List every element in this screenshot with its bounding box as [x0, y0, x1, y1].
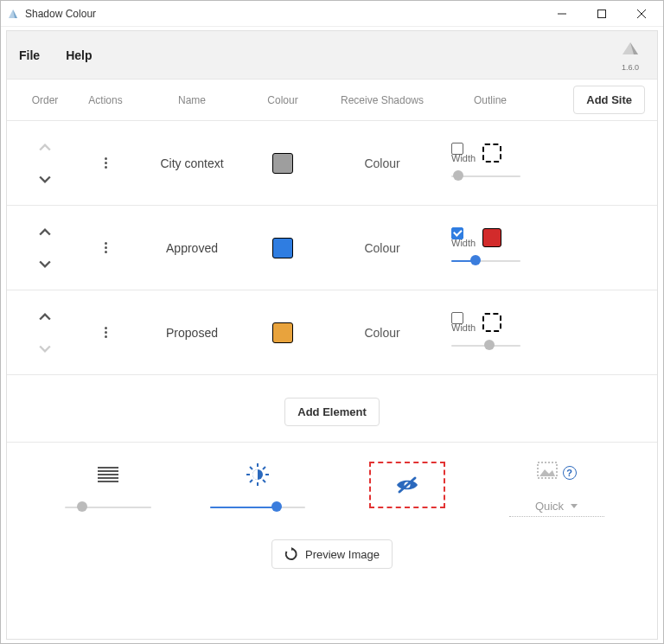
outline-width-label: Width	[451, 153, 476, 163]
quality-dropdown-label: Quick	[535, 500, 564, 513]
table-header: Order Actions Name Colour Receive Shadow…	[7, 80, 657, 121]
site-name: Approved	[140, 241, 244, 255]
window-title: Shadow Colour	[25, 8, 542, 20]
logo-icon	[619, 39, 642, 61]
svg-rect-0	[598, 10, 606, 17]
outline-colour-swatch[interactable]	[482, 313, 501, 332]
outline-width-slider[interactable]	[451, 338, 520, 354]
line-density-slider[interactable]	[65, 500, 151, 515]
add-site-button[interactable]: Add Site	[573, 86, 645, 114]
move-up-button[interactable]	[36, 223, 54, 240]
add-element-button[interactable]: Add Element	[284, 398, 379, 426]
move-up-button	[36, 138, 54, 156]
app-icon	[6, 7, 20, 21]
move-down-button[interactable]	[36, 256, 54, 273]
outline-width-label: Width	[451, 238, 476, 248]
header-colour: Colour	[244, 94, 322, 106]
chevron-down-icon	[571, 504, 578, 508]
receive-shadows-mode[interactable]: Colour	[322, 326, 443, 340]
site-row: Approved Colour Width	[7, 206, 657, 290]
refresh-icon	[284, 547, 298, 561]
header-actions: Actions	[71, 94, 140, 106]
outline-width-slider[interactable]	[451, 253, 520, 269]
colour-swatch[interactable]	[272, 238, 293, 258]
receive-shadows-mode[interactable]: Colour	[322, 156, 443, 170]
header-outline: Outline	[443, 94, 538, 106]
header-name: Name	[140, 94, 244, 106]
brightness-slider[interactable]	[210, 500, 305, 515]
header-order: Order	[19, 94, 71, 106]
site-row: City context Colour Width	[7, 121, 657, 206]
visibility-highlight-frame	[369, 462, 445, 508]
outline-width-slider[interactable]	[451, 169, 520, 184]
window-close-button[interactable]	[622, 1, 661, 27]
preview-image-label: Preview Image	[305, 548, 380, 561]
colour-swatch[interactable]	[272, 322, 293, 343]
menu-help[interactable]: Help	[66, 48, 92, 62]
preview-image-button[interactable]: Preview Image	[271, 539, 393, 569]
row-actions-menu[interactable]	[97, 322, 114, 343]
quality-dropdown[interactable]: Quick	[509, 496, 604, 517]
row-actions-menu[interactable]	[97, 238, 114, 258]
version-label: 1.6.0	[622, 63, 639, 72]
bottom-controls: ? Quick	[7, 443, 657, 526]
outline-colour-swatch[interactable]	[482, 228, 501, 247]
site-row: Proposed Colour Width	[7, 290, 657, 375]
header-receive-shadows: Receive Shadows	[322, 94, 443, 106]
visibility-off-icon[interactable]	[390, 472, 425, 498]
menu-file[interactable]: File	[19, 48, 40, 62]
receive-shadows-mode[interactable]: Colour	[322, 241, 443, 255]
outline-colour-swatch[interactable]	[482, 143, 501, 163]
help-icon[interactable]: ?	[563, 466, 577, 480]
colour-swatch[interactable]	[272, 153, 293, 174]
site-name: Proposed	[140, 326, 244, 340]
window-minimize-button[interactable]	[542, 1, 582, 27]
menubar: File Help 1.6.0	[7, 31, 657, 80]
move-up-button[interactable]	[36, 308, 54, 325]
brightness-icon	[240, 462, 275, 488]
outline-width-label: Width	[451, 322, 476, 333]
move-down-button	[36, 341, 54, 358]
row-actions-menu[interactable]	[97, 153, 114, 174]
site-name: City context	[140, 156, 244, 170]
window-maximize-button[interactable]	[582, 1, 622, 27]
window-titlebar: Shadow Colour	[1, 1, 663, 27]
line-density-icon	[91, 462, 125, 488]
image-quality-icon	[537, 462, 558, 484]
move-down-button[interactable]	[36, 171, 54, 188]
